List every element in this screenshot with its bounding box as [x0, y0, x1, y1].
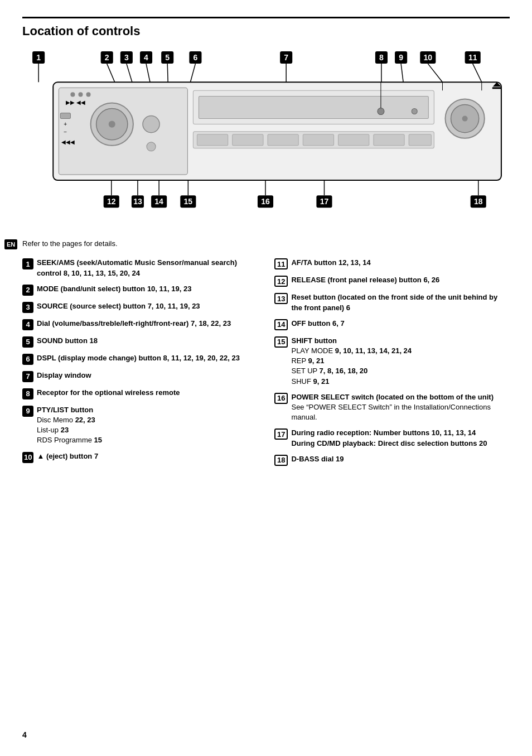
- controls-grid: 1SEEK/AMS (seek/Automatic Music Sensor/m…: [22, 258, 510, 471]
- svg-line-30: [401, 64, 403, 82]
- svg-text:17: 17: [320, 197, 329, 206]
- control-badge-15: 15: [274, 336, 288, 348]
- control-item-16: 16POWER SELECT switch (located on the bo…: [274, 392, 510, 423]
- control-badge-12: 12: [274, 276, 288, 287]
- control-sub-item-15-2: SET UP 7, 8, 16, 18, 20: [291, 366, 412, 376]
- control-label-12: RELEASE (front panel release) button 6, …: [291, 276, 439, 284]
- svg-text:▶▶ ◀◀: ▶▶ ◀◀: [66, 99, 85, 105]
- control-item-11: 11AF/TA button 12, 13, 14: [274, 258, 510, 269]
- control-label-5: SOUND button 18: [37, 336, 98, 345]
- control-badge-18: 18: [274, 455, 288, 466]
- control-badge-14: 14: [274, 319, 288, 330]
- svg-line-24: [127, 64, 132, 82]
- svg-rect-58: [374, 134, 404, 146]
- control-sub-item-15-1: REP 9, 21: [291, 356, 412, 366]
- svg-text:14: 14: [154, 197, 163, 206]
- en-label: EN: [4, 239, 17, 249]
- control-extra-17: During CD/MD playback: Direct disc selec…: [291, 439, 487, 449]
- svg-point-47: [147, 142, 156, 151]
- control-text-5: SOUND button 18: [37, 336, 98, 346]
- svg-text:6: 6: [194, 53, 198, 62]
- control-text-17: During radio reception: Number buttons 1…: [291, 428, 487, 448]
- control-badge-2: 2: [22, 285, 33, 296]
- svg-text:8: 8: [379, 53, 384, 62]
- svg-text:16: 16: [261, 197, 270, 206]
- control-item-1: 1SEEK/AMS (seek/Automatic Music Sensor/m…: [22, 258, 258, 278]
- svg-text:15: 15: [184, 197, 193, 206]
- control-label-2: MODE (band/unit select) button 10, 11, 1…: [37, 285, 191, 293]
- control-text-1: SEEK/AMS (seek/Automatic Music Sensor/ma…: [37, 258, 258, 278]
- control-label-18: D-BASS dial 19: [291, 455, 344, 463]
- control-item-15: 15SHIFT buttonPLAY MODE 9, 10, 11, 13, 1…: [274, 336, 510, 387]
- svg-line-27: [190, 64, 195, 82]
- svg-text:7: 7: [284, 53, 288, 62]
- svg-rect-55: [268, 134, 298, 146]
- control-item-12: 12RELEASE (front panel release) button 6…: [274, 275, 510, 287]
- svg-text:4: 4: [144, 53, 148, 62]
- control-item-13: 13Reset button (located on the front sid…: [274, 292, 510, 312]
- svg-text:13: 13: [133, 197, 142, 206]
- control-label-14: OFF button 6, 7: [291, 319, 344, 328]
- svg-line-32: [473, 64, 482, 82]
- svg-text:−: −: [64, 129, 67, 135]
- control-text-15: SHIFT buttonPLAY MODE 9, 10, 11, 13, 14,…: [291, 336, 412, 387]
- control-text-16: POWER SELECT switch (located on the bott…: [291, 392, 510, 423]
- control-label-7: Display window: [37, 371, 91, 379]
- refer-section: EN Refer to the pages for details.: [22, 239, 510, 248]
- control-sub-item-9-2: RDS Programme 15: [37, 435, 102, 445]
- svg-text:11: 11: [468, 53, 477, 62]
- svg-rect-56: [303, 134, 333, 146]
- control-text-6: DSPL (display mode change) button 8, 11,…: [37, 353, 240, 363]
- control-label-1: SEEK/AMS (seek/Automatic Music Sensor/ma…: [37, 258, 237, 277]
- svg-rect-57: [338, 134, 369, 146]
- svg-line-25: [146, 64, 150, 82]
- control-label-15: SHIFT button: [291, 336, 337, 345]
- svg-text:5: 5: [165, 53, 170, 62]
- control-item-5: 5SOUND button 18: [22, 336, 258, 348]
- control-text-8: Receptor for the optional wireless remot…: [37, 388, 180, 398]
- svg-text:9: 9: [399, 53, 403, 62]
- control-item-8: 8Receptor for the optional wireless remo…: [22, 388, 258, 399]
- control-badge-1: 1: [22, 258, 33, 269]
- control-badge-7: 7: [22, 371, 33, 382]
- control-sub-item-15-0: PLAY MODE 9, 10, 11, 13, 14, 21, 24: [291, 346, 412, 356]
- control-text-7: Display window: [37, 370, 91, 381]
- control-text-12: RELEASE (front panel release) button 6, …: [291, 275, 439, 285]
- control-item-17: 17During radio reception: Number buttons…: [274, 428, 510, 448]
- control-badge-9: 9: [22, 406, 33, 417]
- control-badge-4: 4: [22, 319, 33, 330]
- svg-point-35: [70, 92, 75, 97]
- control-item-9: 9PTY/LIST buttonDisc Memo 22, 23List-up …: [22, 405, 258, 446]
- svg-point-64: [462, 116, 468, 122]
- control-text-14: OFF button 6, 7: [291, 319, 344, 329]
- control-sub-item-9-0: Disc Memo 22, 23: [37, 415, 102, 425]
- diagram-container: 1 2 3 4 5 6 7 8 9 10 11: [22, 49, 510, 229]
- control-sub-item-9-1: List-up 23: [37, 425, 102, 435]
- svg-line-23: [107, 64, 115, 82]
- svg-rect-53: [197, 134, 228, 146]
- control-item-10: 10▲ (eject) button 7: [22, 451, 258, 463]
- diagram-svg: 1 2 3 4 5 6 7 8 9 10 11: [22, 49, 510, 228]
- control-item-6: 6DSPL (display mode change) button 8, 11…: [22, 353, 258, 365]
- control-text-4: Dial (volume/bass/treble/left-right/fron…: [37, 319, 231, 329]
- svg-text:1: 1: [36, 53, 41, 62]
- control-item-2: 2MODE (band/unit select) button 10, 11, …: [22, 284, 258, 296]
- control-text-3: SOURCE (source select) button 7, 10, 11,…: [37, 301, 200, 311]
- control-label-3: SOURCE (source select) button 7, 10, 11,…: [37, 302, 200, 310]
- svg-point-60: [378, 108, 384, 114]
- svg-rect-59: [409, 134, 431, 146]
- control-badge-8: 8: [22, 388, 33, 399]
- svg-point-46: [143, 116, 159, 133]
- control-item-7: 7Display window: [22, 370, 258, 382]
- control-badge-3: 3: [22, 302, 33, 313]
- control-text-2: MODE (band/unit select) button 10, 11, 1…: [37, 284, 191, 294]
- control-label-4: Dial (volume/bass/treble/left-right/fron…: [37, 319, 231, 328]
- svg-point-61: [412, 108, 417, 114]
- control-label-11: AF/TA button 12, 13, 14: [291, 258, 370, 267]
- control-sub-item-16-0: See “POWER SELECT Switch” in the Install…: [291, 402, 510, 422]
- svg-point-37: [86, 92, 91, 97]
- controls-right-column: 11AF/TA button 12, 13, 1412RELEASE (fron…: [274, 258, 510, 471]
- svg-rect-42: [60, 113, 70, 119]
- control-badge-13: 13: [274, 293, 288, 304]
- svg-text:3: 3: [124, 53, 129, 62]
